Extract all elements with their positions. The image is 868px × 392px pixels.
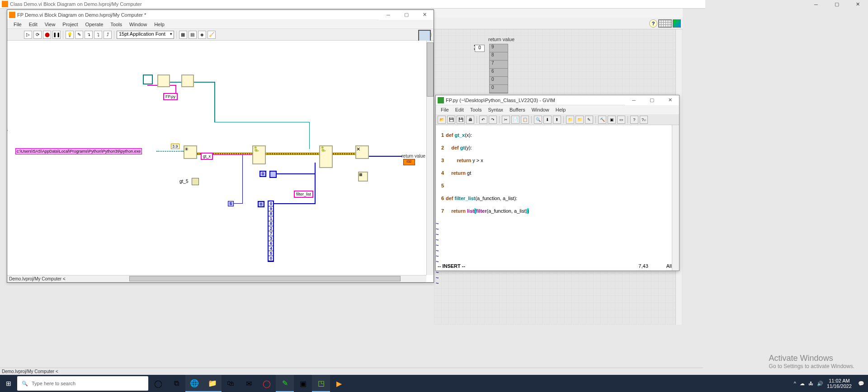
- menu-tools[interactable]: Tools: [107, 21, 126, 28]
- store-icon[interactable]: 🛍: [222, 375, 240, 392]
- run-button[interactable]: ▷: [24, 31, 32, 39]
- py-version[interactable]: 3.9: [171, 144, 179, 149]
- tray-chevron-icon[interactable]: ^: [794, 381, 796, 386]
- gvim-shell-icon[interactable]: ▣: [608, 116, 616, 124]
- menu-file[interactable]: File: [10, 21, 25, 28]
- open-python-session-node[interactable]: ✳: [184, 145, 197, 159]
- bg-minimize-button[interactable]: ─: [806, 0, 826, 9]
- task-view-icon[interactable]: ⧉: [167, 375, 185, 392]
- gvim-scrollbar[interactable]: [672, 125, 679, 271]
- menu-view[interactable]: View: [41, 21, 59, 28]
- tray-onedrive-icon[interactable]: ☁: [800, 381, 805, 387]
- gvim-task-icon[interactable]: ✎: [276, 375, 294, 392]
- lv-scrollbar-vertical[interactable]: [426, 41, 434, 275]
- explorer-icon[interactable]: 📁: [203, 375, 222, 392]
- gvim-open-icon[interactable]: 📂: [438, 116, 446, 124]
- fp-paint-icon[interactable]: [673, 19, 681, 28]
- gvim-menu-tools[interactable]: Tools: [467, 106, 485, 113]
- cluster-unbundle-node[interactable]: ▦: [358, 172, 368, 182]
- array-type-indicator[interactable]: [269, 171, 277, 178]
- menu-window[interactable]: Window: [126, 21, 151, 28]
- gvim-paste-icon[interactable]: 📋: [521, 116, 529, 124]
- distribute-button[interactable]: ▤: [189, 31, 197, 39]
- gt_x-string[interactable]: gt_x: [201, 153, 213, 160]
- gvim-menu-syntax[interactable]: Syntax: [485, 106, 506, 113]
- labview-task-icon[interactable]: ◳: [312, 375, 330, 392]
- gvim-script-icon[interactable]: ✎: [585, 116, 593, 124]
- bg-close-button[interactable]: ✕: [847, 0, 868, 9]
- start-button[interactable]: ⊞: [0, 375, 17, 392]
- build-path-node[interactable]: [157, 75, 170, 87]
- return-value-indicator[interactable]: I32: [403, 159, 415, 165]
- lv-maximize-button[interactable]: ▢: [397, 10, 415, 20]
- lv-scrollbar-horizontal[interactable]: [7, 275, 426, 282]
- array-constant[interactable]: 0 9 8 1 8 2 7 3 6 4 5 0: [268, 201, 274, 262]
- fp-array-index[interactable]: 0: [475, 45, 485, 52]
- fp-grid-icon[interactable]: [658, 19, 672, 28]
- gvim-menu-buffers[interactable]: Buffers: [506, 106, 528, 113]
- lv-close-button[interactable]: ✕: [415, 10, 434, 20]
- abort-button[interactable]: ⬤: [43, 31, 51, 39]
- cleanup-button[interactable]: 🧹: [208, 31, 216, 39]
- python-node-filter_list[interactable]: 🐍: [319, 145, 333, 168]
- gvim-menu-file[interactable]: File: [438, 106, 452, 113]
- step-into-button[interactable]: ↴: [85, 31, 93, 39]
- menu-edit[interactable]: Edit: [25, 21, 41, 28]
- gvim-menu-window[interactable]: Window: [528, 106, 552, 113]
- gvim-find-icon[interactable]: 🔍: [534, 116, 542, 124]
- gvim-menu-edit[interactable]: Edit: [452, 106, 467, 113]
- gvim-undo-icon[interactable]: ↶: [479, 116, 487, 124]
- gvim-maximize-button[interactable]: ▢: [643, 95, 661, 105]
- menu-help[interactable]: Help: [151, 21, 168, 28]
- gvim-saveall-icon[interactable]: 💾: [457, 116, 465, 124]
- tray-network-icon[interactable]: 🖧: [808, 381, 813, 386]
- bg-maximize-button[interactable]: ▢: [826, 0, 847, 9]
- gvim-titlebar[interactable]: FP.py (~\Desktop\Python_Class_LV22Q3) - …: [436, 95, 679, 105]
- tray-notifications-icon[interactable]: 💬: [858, 381, 864, 387]
- font-selector[interactable]: 15pt Application Font: [117, 31, 174, 39]
- mail-icon[interactable]: ✉: [240, 375, 258, 392]
- filter_list-string[interactable]: filter_list: [294, 191, 313, 198]
- terminal-icon[interactable]: ▣: [294, 375, 312, 392]
- run-continuous-button[interactable]: ⟳: [33, 31, 42, 39]
- fp-help-icon[interactable]: ?: [649, 19, 657, 28]
- gvim-find-prev-icon[interactable]: ⬆: [553, 116, 561, 124]
- menu-project[interactable]: Project: [59, 21, 81, 28]
- close-python-session-node[interactable]: ✕: [355, 145, 369, 159]
- block-diagram-canvas[interactable]: FP.py Da c:\Users\SAS\AppData\Local\Prog…: [7, 41, 434, 274]
- pause-button[interactable]: ❚❚: [52, 31, 61, 39]
- gvim-redo-icon[interactable]: ↷: [489, 116, 497, 124]
- gvim-save-icon[interactable]: 💾: [447, 116, 455, 124]
- gvim-menu-help[interactable]: Help: [552, 106, 569, 113]
- path-constant-node[interactable]: [143, 75, 153, 84]
- gvim-help-icon[interactable]: ?: [630, 116, 638, 124]
- retain-wire-button[interactable]: ✎: [75, 31, 83, 39]
- python-path-string[interactable]: c:\Users\SAS\AppData\Local\Programs\Pyth…: [15, 148, 142, 154]
- gvim-copy-icon[interactable]: 📄: [511, 116, 519, 124]
- gt_5-ref-node[interactable]: [192, 178, 199, 185]
- gvim-cut-icon[interactable]: ✂: [502, 116, 510, 124]
- python-node-gt_x[interactable]: 🐍: [252, 145, 266, 164]
- lv-titlebar[interactable]: FP Demo.vi Block Diagram on Demo.lvproj/…: [7, 10, 434, 20]
- fp-py-string[interactable]: FP.py: [163, 93, 178, 100]
- highlight-button[interactable]: 💡: [66, 31, 74, 39]
- gvim-save-session-icon[interactable]: 📁: [576, 116, 584, 124]
- gvim-editor[interactable]: 1def gt_x(x): 2 def gt(y): 3 return y > …: [436, 125, 672, 271]
- gvim-load-session-icon[interactable]: 📁: [566, 116, 574, 124]
- cortana-icon[interactable]: ◯: [149, 375, 167, 392]
- gvim-minimize-button[interactable]: ─: [625, 95, 643, 105]
- media-icon[interactable]: ▶: [330, 375, 348, 392]
- align-button[interactable]: ▦: [179, 31, 187, 39]
- menu-operate[interactable]: Operate: [82, 21, 107, 28]
- opera-icon[interactable]: ◯: [258, 375, 276, 392]
- gvim-make-icon[interactable]: 🔨: [598, 116, 606, 124]
- step-out-button[interactable]: ⤴: [104, 31, 112, 39]
- tray-volume-icon[interactable]: 🔊: [817, 381, 823, 387]
- edge-icon[interactable]: 🌐: [185, 375, 203, 392]
- gvim-ctags-icon[interactable]: ▭: [617, 116, 625, 124]
- array-idx-0[interactable]: 0: [259, 171, 266, 177]
- tray-clock[interactable]: 11:02 AM 11/16/2022: [827, 378, 854, 389]
- gvim-find-next-icon[interactable]: ⬇: [543, 116, 552, 124]
- gvim-close-button[interactable]: ✕: [661, 95, 679, 105]
- gvim-print-icon[interactable]: 🖶: [466, 116, 474, 124]
